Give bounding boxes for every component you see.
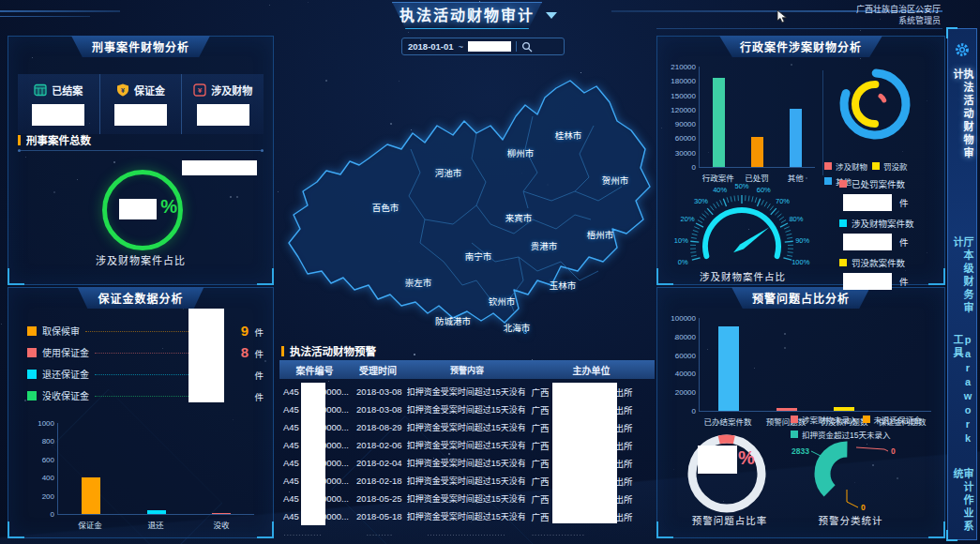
section-marker (281, 346, 284, 356)
bail-legend-row: 使用保证金8件 (27, 341, 264, 363)
bar-预警问题数 (776, 408, 797, 411)
date-start-field[interactable]: 2018-01-01 (408, 41, 454, 52)
search-icon[interactable] (521, 41, 533, 53)
user-info: 广西壮族自治区公安厅 系统管理员 (856, 4, 941, 26)
admin-gauge-chart: 0%10%20%30%40%50%60%70%80%90%100% (659, 168, 828, 282)
axis-tick: 210000 (671, 63, 696, 71)
axis-tick: 80000 (675, 332, 696, 340)
stat-保证金: ¥保证金 (99, 74, 182, 134)
category-label: 保证金 (57, 519, 123, 530)
section-title: 刑事案件总数 (26, 132, 91, 147)
panel-warning-title: 预警问题占比分析 (731, 287, 870, 309)
leader-line (85, 330, 190, 332)
svg-text:40%: 40% (713, 186, 727, 194)
guangxi-map[interactable]: 河池市桂林市柳州市贺州市百色市来宾市梧州市贵港市南宁市崇左市玉林市钦州市防城港市… (279, 60, 655, 341)
legend-item: 罚没款 (872, 160, 908, 172)
axis-tick: 200 (42, 491, 54, 500)
warnings-table-header: 执法活动财物预警 (281, 343, 376, 358)
warnings-table-title: 执法活动财物预警 (290, 343, 376, 358)
leader-line (95, 352, 190, 354)
bar-已办结案件数 (718, 326, 739, 411)
gear-icon[interactable] (954, 42, 971, 57)
gauge-legend-label: 罚没款案件数 (839, 256, 941, 269)
header-deco-line (0, 10, 120, 12)
sidebar-item-2[interactable]: 厅本级财务审计 (952, 236, 972, 319)
city-label-钦州市: 钦州市 (489, 295, 516, 308)
admin-ring-chart (826, 59, 942, 157)
svg-text:20%: 20% (681, 215, 695, 223)
gauge-side-legend: 已处罚案件数件涉及财物案件数件罚没款案件数件 (839, 172, 941, 295)
city-label-玉林市: 玉林市 (550, 279, 577, 292)
criminal-donut-caption: 涉及财物案件占比 (8, 252, 273, 267)
redacted-value (843, 194, 892, 211)
legend-swatch (839, 180, 847, 188)
sidebar-item-1[interactable]: 执法活动财物审计 (952, 68, 972, 163)
class-donut-caption: 预警分类统计 (794, 513, 907, 527)
legend-swatch (791, 416, 798, 423)
gauge-legend-label: 涉及财物案件数 (839, 217, 941, 230)
partial-value: 8 (241, 344, 249, 360)
panel-admin-case-analysis: 行政案件涉案财物分析 03000060000900001200001500001… (656, 36, 945, 285)
svg-text:¥: ¥ (121, 87, 125, 94)
sidebar-item-3[interactable]: parawork工具 (952, 334, 972, 459)
warning-ratio-donut (684, 431, 770, 517)
redacted-value (698, 446, 737, 474)
sidebar-item-4[interactable]: 审计作业系统 (952, 468, 972, 539)
divider (822, 70, 823, 175)
bail-legend-row: 退还保证金件 (27, 363, 264, 385)
column-header: 主办单位 (528, 363, 655, 377)
axis-tick: 180000 (671, 77, 696, 85)
stat-label: 保证金 (134, 83, 165, 98)
stat-涉及财物: ¥涉及财物 (181, 74, 264, 134)
axis-tick: 90000 (675, 120, 696, 128)
panel-bail-title: 保证金数据分析 (77, 287, 204, 309)
date-separator: ~ (459, 41, 464, 52)
legend-label: 未退还保证金 (874, 414, 922, 425)
city-label-崇左市: 崇左市 (405, 276, 432, 289)
map-outline (289, 81, 650, 323)
redacted-value (301, 383, 325, 525)
legend-swatch (839, 219, 847, 227)
bail-legend: 取保候审9件使用保证金8件退还保证金件没收保证金件 (27, 320, 264, 406)
bar-退还 (147, 510, 166, 514)
panel-criminal-case-analysis: 刑事案件财物分析 已结案¥保证金¥涉及财物 刑事案件总数 % 涉及财物案件占比 (8, 36, 274, 285)
bar-保证金 (82, 477, 100, 514)
city-label-河池市: 河池市 (435, 166, 462, 179)
section-marker (18, 135, 21, 145)
bar-没收 (212, 513, 231, 514)
legend-swatch (872, 162, 880, 170)
stat-label: 涉及财物 (211, 83, 252, 98)
category-label: 已办结案件数 (699, 416, 757, 427)
org-name: 广西壮族自治区公安厅 (856, 4, 941, 15)
date-range-filter: 2018-01-01 ~ (401, 38, 565, 55)
svg-text:100%: 100% (792, 258, 810, 266)
percent-suffix: % (738, 447, 755, 469)
gauge-legend-label: 已处罚案件数 (839, 177, 941, 190)
redacted-value (114, 104, 167, 126)
legend-swatch (839, 259, 847, 266)
axis-tick: 100000 (671, 314, 696, 323)
legend-label: 退还保证金 (42, 367, 89, 381)
axis-tick: 0 (692, 407, 696, 416)
city-label-南宁市: 南宁市 (465, 249, 492, 263)
svg-text:50%: 50% (734, 182, 748, 190)
section-divider (18, 150, 264, 151)
city-label-北海市: 北海市 (504, 321, 531, 334)
class-donut-zero: 0 (891, 446, 896, 456)
title-dropdown-caret[interactable] (546, 12, 557, 19)
redacted-value (843, 234, 892, 250)
city-label-来宾市: 来宾市 (505, 211, 533, 224)
column-header: 预警内容 (406, 364, 528, 376)
legend-label: 涉案财物未录入 (802, 414, 858, 425)
divider (516, 41, 517, 52)
svg-text:70%: 70% (776, 197, 790, 205)
unit-label: 件 (254, 369, 264, 382)
unit-label: 件 (254, 325, 264, 339)
shield-yen-icon: ¥ (116, 83, 129, 97)
svg-text:30%: 30% (694, 197, 708, 205)
table-row-truncated: ········································… (279, 525, 655, 543)
axis-tick: 400 (42, 474, 54, 482)
category-label: 没收 (188, 519, 254, 530)
axis-tick: 150000 (671, 91, 696, 99)
header-deco-line (656, 28, 942, 29)
